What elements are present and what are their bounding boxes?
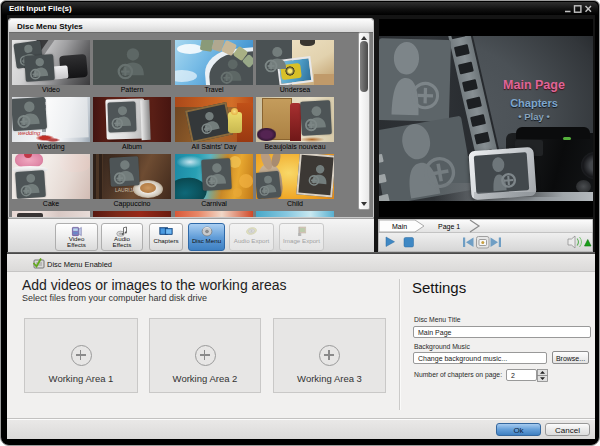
svg-text:Page 1: Page 1 — [438, 223, 460, 231]
svg-text:Main: Main — [392, 223, 407, 230]
